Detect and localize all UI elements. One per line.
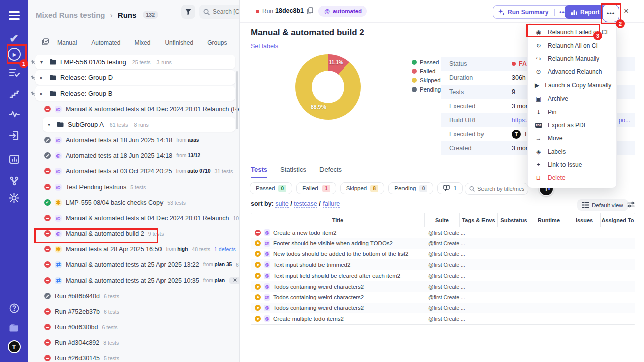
sort-link-testcase[interactable]: testcase	[294, 200, 317, 208]
column-header[interactable]: Substatus	[498, 213, 530, 227]
run-row[interactable]: Run #752eb37b6 tests	[28, 304, 239, 319]
filter-chip-passed[interactable]: Passed0	[250, 182, 292, 194]
column-header[interactable]: Suite	[425, 213, 460, 227]
chevron-down-icon[interactable]: ▾	[40, 59, 45, 65]
set-labels-link[interactable]: Set labels	[251, 43, 278, 50]
test-row[interactable]: @Todos containing weird characters2@firs…	[251, 303, 635, 313]
run-row[interactable]: Run #d304c8928 tests	[28, 335, 239, 350]
results-donut-chart[interactable]	[295, 54, 361, 120]
settings-gear-icon[interactable]	[0, 190, 28, 205]
test-row[interactable]: @New todos should be added to the bottom…	[251, 249, 635, 259]
menu-item-archive[interactable]: ▣Archive	[528, 92, 616, 105]
run-row[interactable]: ✱LMP-555 08/04 basic checks Copy53 tests	[28, 195, 239, 210]
column-header[interactable]: Assigned To	[601, 213, 635, 227]
automated-badge[interactable]: @ automated	[318, 6, 367, 17]
steps-icon[interactable]	[0, 86, 28, 102]
filter-chip-pending[interactable]: Pending0	[388, 182, 433, 194]
tab-mixed[interactable]: Mixed	[134, 39, 150, 46]
chevron-down-icon[interactable]: ▾	[48, 122, 53, 127]
projects-folder-icon[interactable]	[0, 320, 28, 335]
folder-card[interactable]: ▾SubGroup A61 tests8 runs	[43, 117, 235, 132]
chevron-right-icon[interactable]: ▸	[40, 90, 45, 96]
tab-groups[interactable]: Groups	[207, 39, 227, 46]
breadcrumb-project[interactable]: Mixed Runs testing	[36, 11, 105, 19]
tab-unfinished[interactable]: Unfinished	[165, 39, 193, 46]
test-row[interactable]: @Text input should be trimmed2@first Cre…	[251, 259, 635, 270]
column-header[interactable]: Tags & Envs	[460, 213, 498, 227]
run-defects-link[interactable]: 1 defects	[214, 246, 236, 252]
import-icon[interactable]	[0, 128, 28, 143]
run-row[interactable]: ✱Manual tests at 28 Apr 2025 16:50from h…	[28, 241, 239, 257]
folder-row[interactable]: ▸Release: Group D	[28, 70, 239, 85]
filter-chip-skipped[interactable]: Skipped8	[340, 182, 385, 194]
test-row[interactable]: @Todos containing weird characters2@firs…	[251, 281, 635, 292]
filter-button[interactable]	[181, 5, 195, 19]
runs-search[interactable]	[199, 5, 240, 19]
tests-search[interactable]	[465, 183, 528, 195]
test-row[interactable]: @Text input field should be cleared afte…	[251, 270, 635, 281]
menu-item-move[interactable]: →Move	[528, 132, 616, 145]
menu-item-relaunch-failed-ci[interactable]: ◉Relaunch Failed on CI	[528, 26, 616, 39]
copy-run-id-icon[interactable]	[307, 7, 313, 16]
report-button[interactable]: Report	[565, 5, 606, 19]
menu-item-delete[interactable]: ⊔Delete	[528, 171, 616, 185]
menu-item-launch-copy-manually[interactable]: ▶Launch a Copy Manually	[528, 79, 616, 92]
run-row[interactable]: @Manual & automated build 29 tests	[28, 226, 239, 241]
folder-row[interactable]: ▸Release: Group B	[28, 85, 239, 101]
run-row[interactable]: @Manual & automated tests at 04 Dec 2024…	[28, 210, 239, 226]
comments-chip[interactable]: 1	[437, 182, 462, 194]
test-row[interactable]: @Create a new todo item2@first Create ..…	[251, 227, 635, 238]
run-row[interactable]: @Automated tests at 18 Jun 2025 14:18fro…	[28, 132, 239, 148]
test-row[interactable]: @Footer should be visible when adding TO…	[251, 238, 635, 248]
run-row[interactable]: Run #b86b940d6 tests	[28, 288, 239, 304]
sort-link-failure[interactable]: failure	[323, 200, 340, 208]
run-row[interactable]: @Manual & automated tests at 04 Dec 2024…	[28, 101, 239, 117]
column-header[interactable]: Runtime	[530, 213, 568, 227]
runs-scrollbar[interactable]	[236, 71, 238, 129]
folder-card[interactable]: ▸Release: Group B	[35, 86, 235, 101]
sort-link-suite[interactable]: suite	[275, 200, 288, 208]
column-header[interactable]: Issues	[568, 213, 601, 227]
chevron-right-icon[interactable]: ▸	[40, 75, 45, 80]
detail-close-button[interactable]: ×	[624, 6, 629, 16]
menu-item-labels[interactable]: ◈Labels	[528, 145, 616, 158]
more-actions-button[interactable]: •••	[602, 4, 619, 22]
branch-icon[interactable]	[0, 173, 28, 189]
tab-manual[interactable]: Manual	[57, 39, 77, 46]
analytics-icon[interactable]	[0, 152, 28, 167]
menu-item-pin[interactable]: ↧Pin	[528, 105, 616, 118]
filter-chip-failed[interactable]: Failed1	[296, 182, 336, 194]
run-row[interactable]: Run #0d63f0bd6 tests	[28, 319, 239, 335]
test-row[interactable]: @Todos containing weird characters2@firs…	[251, 292, 635, 302]
user-avatar[interactable]: T	[0, 339, 28, 354]
menu-item-advanced-relaunch[interactable]: ⊙Advanced Relaunch	[528, 65, 616, 78]
column-header[interactable]: Title	[251, 213, 425, 227]
help-icon[interactable]	[0, 301, 28, 316]
run-row[interactable]: Run #26d301455 tests	[28, 350, 239, 362]
menu-item-relaunch-all-ci[interactable]: ↻Relaunch All on CI	[528, 39, 616, 52]
folder-card[interactable]: ▾LMP-556 01/05 testing25 tests3 runs	[35, 55, 235, 69]
run-row[interactable]: @Test Pending testruns5 tests	[28, 179, 239, 195]
run-row[interactable]: ⇄Manual & automated tests at 25 Apr 2025…	[28, 257, 239, 273]
runs-play-icon[interactable]: ▶	[0, 47, 28, 62]
check-icon[interactable]: ✔	[0, 31, 28, 46]
folder-card[interactable]: ▸Release: Group D	[35, 70, 235, 85]
menu-item-link-to-issue[interactable]: +Link to Issue	[528, 158, 616, 171]
runs-search-input[interactable]	[213, 8, 240, 15]
tests-search-input[interactable]	[477, 186, 524, 192]
run-summary-button[interactable]: Run Summary •••	[493, 5, 573, 19]
run-row[interactable]: ⇄Manual & automated tests at 25 Apr 2025…	[28, 273, 239, 288]
run-row[interactable]: @Automated tests at 03 Oct 2024 20:25fro…	[28, 163, 239, 179]
folder-row[interactable]: ▾SubGroup A61 tests8 runs	[28, 117, 239, 132]
build-url-fragment[interactable]: po...	[619, 117, 630, 124]
test-row[interactable]: @Create multiple todo items2@first Creat…	[251, 313, 635, 324]
tab-statistics[interactable]: Statistics	[280, 166, 306, 178]
run-row[interactable]: @Automated tests at 18 Jun 2025 14:18fro…	[28, 148, 239, 163]
list-check-icon[interactable]	[0, 65, 28, 80]
menu-item-export-pdf[interactable]: PDFExport as PDF	[528, 119, 616, 132]
menu-item-relaunch-manually[interactable]: ↪Relaunch Manually	[528, 52, 616, 65]
tab-automated[interactable]: Automated	[91, 39, 120, 46]
tab-tests[interactable]: Tests	[251, 166, 267, 178]
multi-select-icon[interactable]	[42, 38, 49, 47]
pulse-icon[interactable]	[0, 107, 28, 122]
